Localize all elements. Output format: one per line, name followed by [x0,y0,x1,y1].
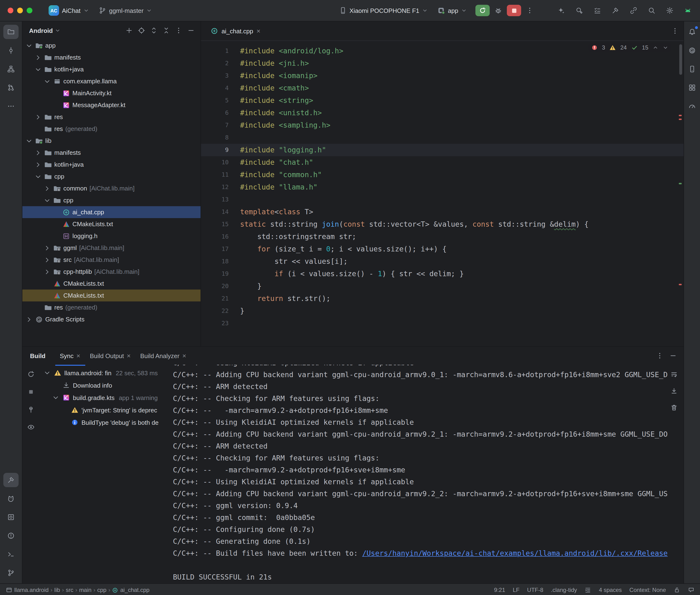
code-line-14[interactable]: 14template<class T> [201,206,683,218]
project-view-selector[interactable]: Android [29,27,53,34]
build-tree-item-build-gradle-kts[interactable]: build.gradle.ktsapp 1 warning [39,391,169,404]
expand-all-button[interactable] [148,25,160,36]
search-button[interactable] [645,5,658,16]
debug-button[interactable] [492,5,505,16]
tree-item-cmakelists-txt[interactable]: CMakeLists.txt [22,218,200,230]
inspections-widget[interactable]: 3 24 15 [588,43,671,52]
task-list-button[interactable] [591,5,604,16]
project-folder-button[interactable] [3,25,19,39]
build-tab-build-output[interactable]: Build Output× [85,347,135,366]
tree-item-res[interactable]: res [22,111,200,123]
gutter-line-23[interactable]: 23 [201,317,236,330]
tree-item-kotlin-java[interactable]: kotlin+java [22,63,200,75]
soft-wrap-button[interactable] [668,369,680,380]
ai-actions-button[interactable] [555,5,568,16]
tree-chevron-right-icon[interactable] [43,256,51,263]
tree-chevron-down-icon[interactable] [25,42,33,49]
gradle-button[interactable] [684,43,700,58]
code-line-20[interactable]: 20 } [201,280,683,292]
error-stripe-mark[interactable] [679,119,682,120]
build-button[interactable] [609,5,622,16]
tree-chevron-down-icon[interactable] [34,65,42,73]
tree-chevron-down-icon[interactable] [25,137,33,144]
problems-button[interactable] [3,529,19,543]
gutter-line-15[interactable]: 15 [201,218,236,230]
tree-chevron-down-icon[interactable] [43,369,51,377]
logcat-button[interactable] [3,491,19,506]
gutter-line-13[interactable]: 13 [201,193,236,206]
code-line-4[interactable]: 4#include <cmath> [201,82,683,94]
run-configuration-selector[interactable]: app [434,5,471,16]
build-tree-item-buildtype-debug-is-both-de[interactable]: BuildType 'debug' is both de [39,416,169,429]
gutter-line-9[interactable]: 9 [201,144,236,156]
tree-item-res[interactable]: res(generated) [22,302,200,313]
file-path-link[interactable]: /Users/hanyin/Workspace/ai-chat/examples… [362,549,668,558]
code-line-21[interactable]: 21 return str.str(); [201,292,683,305]
code-line-12[interactable]: 12#include "llama.h" [201,181,683,193]
editor-options-kebab-icon[interactable] [671,27,679,35]
next-problem-chevron-down-icon[interactable] [663,45,668,51]
tree-item-kotlin-java[interactable]: kotlin+java [22,159,200,170]
indent-widget[interactable]: 4 spaces [599,587,622,593]
tree-item-logging-h[interactable]: logging.h [22,230,200,242]
gutter-line-7[interactable]: 7 [201,119,236,132]
code-editor[interactable]: 1#include <android/log.h>2#include <jni.… [201,41,683,346]
tree-chevron-right-icon[interactable] [43,268,51,276]
tree-item-cmakelists-txt[interactable]: CMakeLists.txt [22,278,200,289]
eye-button[interactable] [25,421,37,433]
error-stripe-mark[interactable] [679,115,682,116]
scroll-end-button[interactable] [668,385,680,397]
error-stripe-mark[interactable] [679,284,682,285]
clear-button[interactable] [668,402,680,413]
gutter-line-2[interactable]: 2 [201,57,236,69]
breadcrumb-src[interactable]: src [66,587,73,593]
tree-item-app[interactable]: app [22,39,200,51]
build-tree-item-download-info[interactable]: Download info [39,379,169,391]
notifications-button[interactable] [684,25,700,39]
breadcrumb-cpp[interactable]: cpp [97,587,107,593]
tree-item-gradle-scripts[interactable]: Gradle Scripts [22,313,200,325]
encoding-widget[interactable]: UTF-8 [527,587,543,593]
code-line-17[interactable]: 17 for (size_t i = 0; i < values.size();… [201,243,683,255]
gutter-line-11[interactable]: 11 [201,169,236,181]
gutter-line-10[interactable]: 10 [201,156,236,169]
tree-chevron-down-icon[interactable] [43,77,51,85]
code-style-icon[interactable] [585,587,591,593]
prev-problem-chevron-up-icon[interactable] [653,45,658,51]
structure-button[interactable] [3,62,19,76]
code-line-10[interactable]: 10#include "chat.h" [201,156,683,169]
close-tab-icon[interactable]: × [77,352,80,359]
lock-icon[interactable] [674,587,680,593]
gutter-line-8[interactable]: 8 [201,132,236,144]
tree-item-ggml[interactable]: ggml[AiChat.lib.main] [22,242,200,254]
line-separator-widget[interactable]: LF [513,587,520,593]
code-line-7[interactable]: 7#include <sampling.h> [201,119,683,132]
plugins-button[interactable] [627,5,640,16]
gutter-line-20[interactable]: 20 [201,280,236,292]
build-tree-item-llama-android-fin[interactable]: llama.android: fin22 sec, 583 ms [39,367,169,379]
tree-item-cpp[interactable]: cpp [22,170,200,182]
device-manager-button[interactable] [684,62,700,76]
tree-item-cpp-httplib[interactable]: cpp-httplib[AiChat.lib.main] [22,266,200,278]
code-line-8[interactable]: 8 [201,132,683,144]
editor-tab-ai-chat-cpp[interactable]: ai_chat.cpp × [205,22,266,40]
code-line-22[interactable]: 22} [201,305,683,317]
editor-scrollbar[interactable] [679,44,682,75]
breadcrumb-main[interactable]: main [79,587,91,593]
close-tab-icon[interactable]: × [182,352,186,359]
tree-item-cmakelists-txt[interactable]: CMakeLists.txt [22,289,200,302]
hide-build-panel-button[interactable] [667,350,679,362]
tree-item-lib[interactable]: lib [22,135,200,147]
stop-sq-button[interactable] [25,386,37,398]
gutter-line-3[interactable]: 3 [201,69,236,82]
build-tab-sync[interactable]: Sync× [55,347,85,366]
tree-chevron-right-icon[interactable] [25,315,33,323]
tree-chevron-right-icon[interactable] [34,54,42,61]
resource-manager-button[interactable] [684,81,700,95]
vcs-branch-selector[interactable]: ggml-master [95,5,156,16]
code-line-13[interactable]: 13 [201,193,683,206]
code-line-18[interactable]: 18 str << values[i]; [201,255,683,267]
tree-item-res[interactable]: res(generated) [22,123,200,135]
kebab-button[interactable] [173,25,184,36]
stop-button[interactable] [507,5,521,16]
